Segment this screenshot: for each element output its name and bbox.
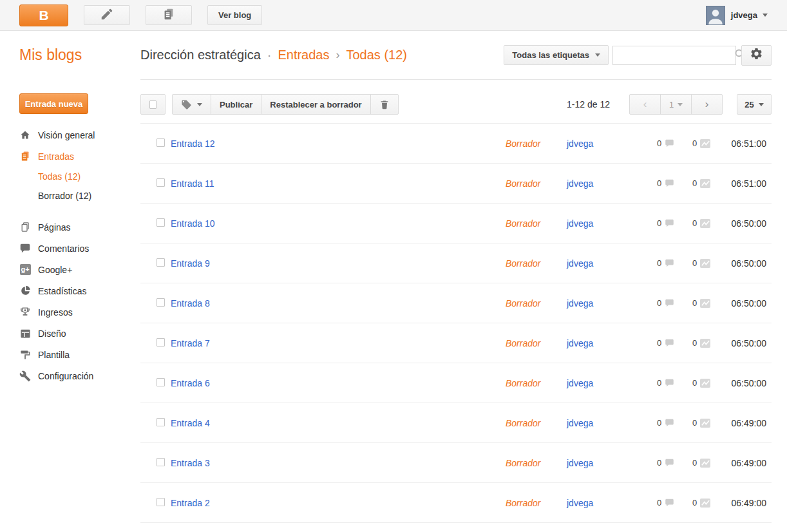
post-title-link[interactable]: Entrada 4 xyxy=(171,418,210,428)
next-page-button[interactable]: › xyxy=(691,94,723,115)
row-checkbox[interactable] xyxy=(156,218,165,227)
post-title-link[interactable]: Entrada 7 xyxy=(171,338,210,348)
sidebar-item-template[interactable]: Plantilla xyxy=(19,344,140,365)
stats-icon xyxy=(700,139,710,148)
post-title-link[interactable]: Entrada 6 xyxy=(171,378,210,388)
view-count: 0 xyxy=(692,458,697,468)
post-title-link[interactable]: Entrada 2 xyxy=(171,498,210,508)
actions-button-group: Publicar Restablecer a borrador xyxy=(172,94,399,115)
breadcrumb-filter-current[interactable]: Todas (12) xyxy=(346,48,407,62)
view-count: 0 xyxy=(692,418,697,428)
prev-page-button[interactable]: ‹ xyxy=(629,94,661,115)
post-title-link[interactable]: Entrada 11 xyxy=(171,178,214,189)
comment-count: 0 xyxy=(657,178,661,188)
row-checkbox[interactable] xyxy=(156,498,165,506)
post-author-link[interactable]: jdvega xyxy=(567,338,593,348)
new-post-button[interactable]: Entrada nueva xyxy=(19,93,88,114)
sidebar-item-comments[interactable]: Comentarios xyxy=(19,238,140,259)
row-checkbox[interactable] xyxy=(156,338,165,347)
sidebar-gap xyxy=(19,205,140,216)
sidebar-item-stats[interactable]: Estadísticas xyxy=(19,280,140,301)
settings-gear-button[interactable] xyxy=(741,45,772,66)
post-title-link[interactable]: Entrada 3 xyxy=(171,458,210,468)
post-title-link[interactable]: Entrada 10 xyxy=(171,218,215,229)
view-count: 0 xyxy=(692,338,697,348)
search-input[interactable] xyxy=(613,47,734,64)
post-title-link[interactable]: Entrada 9 xyxy=(171,258,210,269)
post-time: 06:49:00 xyxy=(728,458,772,468)
trash-icon xyxy=(379,99,390,110)
blogger-logo-button[interactable]: B xyxy=(19,5,68,26)
row-checkbox[interactable] xyxy=(156,418,165,426)
sidebar-item-overview[interactable]: Visión general xyxy=(19,124,140,146)
post-author-link[interactable]: jdvega xyxy=(567,258,593,269)
post-author-link[interactable]: jdvega xyxy=(567,178,593,189)
post-list-icon-button[interactable] xyxy=(146,5,192,25)
row-checkbox[interactable] xyxy=(156,458,165,466)
delete-button[interactable] xyxy=(370,94,399,115)
row-checkbox[interactable] xyxy=(156,138,165,147)
account-menu[interactable]: jdvega xyxy=(706,6,768,25)
view-blog-button[interactable]: Ver blog xyxy=(207,5,262,25)
table-row: Entrada 6 Borrador jdvega 0 0 06:50:00 xyxy=(140,363,772,403)
username-label: jdvega xyxy=(731,10,757,20)
comment-icon xyxy=(665,299,674,308)
row-checkbox[interactable] xyxy=(156,258,165,267)
topbar: B Ver blog jdvega xyxy=(0,0,787,31)
sidebar-item-layout[interactable]: Diseño xyxy=(19,323,140,344)
breadcrumb-posts-link[interactable]: Entradas xyxy=(278,48,329,62)
post-author-link[interactable]: jdvega xyxy=(567,218,593,229)
post-author-link[interactable]: jdvega xyxy=(567,418,593,428)
tag-icon xyxy=(181,99,192,110)
post-author-link[interactable]: jdvega xyxy=(567,378,593,388)
post-author-link[interactable]: jdvega xyxy=(567,498,593,508)
post-time: 06:50:00 xyxy=(728,378,772,388)
search-box xyxy=(612,46,736,65)
sidebar-item-label: Comentarios xyxy=(38,243,89,254)
select-all-checkbox[interactable] xyxy=(149,100,156,109)
post-title-link[interactable]: Entrada 8 xyxy=(171,298,210,309)
gear-icon xyxy=(750,47,763,63)
pagination-group: ‹ 1 › xyxy=(629,94,723,115)
sidebar-item-pages[interactable]: Páginas xyxy=(19,216,140,238)
post-status: Borrador xyxy=(506,138,567,149)
post-status: Borrador xyxy=(506,178,567,189)
view-count: 0 xyxy=(692,138,697,148)
sidebar-subitem-drafts[interactable]: Borrador (12) xyxy=(19,186,140,205)
sidebar-item-posts[interactable]: Entradas xyxy=(19,146,140,167)
sidebar-subitem-all-posts[interactable]: Todas (12) xyxy=(19,167,140,186)
my-blogs-link[interactable]: Mis blogs xyxy=(19,46,140,64)
post-author-link[interactable]: jdvega xyxy=(567,458,593,468)
post-time: 06:51:00 xyxy=(728,178,772,189)
post-status: Borrador xyxy=(506,338,567,348)
home-icon xyxy=(19,129,31,142)
post-author-link[interactable]: jdvega xyxy=(567,138,593,149)
header-controls: Todas las etiquetas xyxy=(504,45,772,66)
comment-count: 0 xyxy=(657,418,661,428)
labels-filter-dropdown[interactable]: Todas las etiquetas xyxy=(504,45,609,65)
sidebar-item-googleplus[interactable]: g+ Google+ xyxy=(19,259,140,280)
new-post-icon-button[interactable] xyxy=(84,5,130,25)
stats-icon xyxy=(700,419,710,428)
view-count: 0 xyxy=(692,258,697,268)
labels-action-dropdown[interactable] xyxy=(172,94,211,115)
post-time: 06:50:00 xyxy=(728,298,772,309)
comment-count: 0 xyxy=(657,138,661,148)
post-title-link[interactable]: Entrada 12 xyxy=(171,138,215,149)
row-checkbox[interactable] xyxy=(156,298,165,307)
row-checkbox[interactable] xyxy=(156,378,165,386)
revert-to-draft-button[interactable]: Restablecer a borrador xyxy=(261,94,370,115)
table-row: Entrada 11 Borrador jdvega 0 0 06:51:00 xyxy=(140,164,772,204)
publish-button[interactable]: Publicar xyxy=(211,94,261,115)
breadcrumb: Dirección estratégica · Entradas › Todas… xyxy=(140,48,407,62)
page-select-dropdown[interactable]: 1 xyxy=(660,94,692,115)
select-all-button[interactable] xyxy=(140,94,166,115)
post-author-link[interactable]: jdvega xyxy=(567,298,593,309)
chevron-down-icon xyxy=(678,103,683,106)
sidebar-item-settings[interactable]: Configuración xyxy=(19,365,140,386)
wrench-icon xyxy=(19,370,31,383)
sidebar-item-earnings[interactable]: Ingresos xyxy=(19,301,140,323)
row-checkbox[interactable] xyxy=(156,178,165,187)
blogger-logo-icon: B xyxy=(39,8,48,22)
per-page-dropdown[interactable]: 25 xyxy=(737,94,772,115)
